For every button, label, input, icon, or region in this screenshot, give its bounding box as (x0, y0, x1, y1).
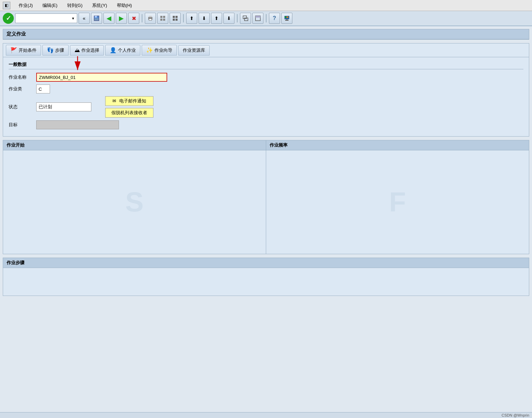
general-data-section: 一般数据 作业名称 作业类 (3, 57, 529, 137)
svg-rect-14 (243, 16, 247, 19)
svg-rect-17 (255, 16, 260, 18)
two-col-panel: 作业开始 S 作业频率 F (3, 140, 529, 254)
menu-system[interactable]: 系统(Y) (91, 2, 108, 9)
email-notification-button[interactable]: ✉ 电子邮件通知 (105, 96, 153, 106)
toolbar-grid2-btn[interactable] (170, 13, 181, 24)
tab-start-conditions[interactable]: 🚩 开始条件 (6, 45, 41, 56)
confirm-button[interactable]: ✓ (3, 13, 14, 24)
toolbar-print-btn[interactable] (145, 13, 156, 24)
steps-icon: 👣 (47, 47, 54, 53)
person-icon: 👤 (110, 47, 117, 53)
toolbar-layout-btn[interactable] (252, 13, 263, 24)
menu-goto[interactable]: 转到(G) (66, 2, 84, 9)
target-row: 目标 (9, 120, 523, 129)
toolbar-save-btn[interactable] (91, 13, 102, 24)
right-buttons-group: ✉ 电子邮件通知 假脱机列表接收者 (105, 96, 153, 118)
tab-wizard-label: 作业向导 (154, 47, 172, 53)
svg-rect-8 (160, 19, 162, 21)
toolbar-down-btn[interactable]: ⬇ (199, 13, 210, 24)
main-content: 定义作业 🚩 开始条件 👣 步骤 ⛰ 作业选择 👤 个人作业 ✨ 作业向导 作业… (0, 26, 532, 302)
toolbar-down2-btn[interactable]: ⬇ (223, 13, 234, 24)
job-class-input[interactable] (36, 84, 50, 93)
svg-rect-13 (175, 19, 178, 21)
tab-job-selection[interactable]: ⛰ 作业选择 (70, 45, 104, 56)
svg-rect-20 (285, 20, 289, 21)
toolbar-help-btn[interactable]: ? (269, 13, 280, 24)
toolbar-sep-4 (266, 14, 267, 22)
flag-icon: 🚩 (10, 47, 17, 53)
toolbar-window-btn[interactable] (240, 13, 251, 24)
job-start-body: S (3, 150, 266, 254)
status-row: 状态 ✉ 电子邮件通知 假脱机列表接收者 (9, 96, 523, 118)
job-steps-title: 作业步骤 (3, 258, 529, 268)
grid2-icon (172, 15, 178, 21)
spool-recipients-button[interactable]: 假脱机列表接收者 (105, 108, 153, 118)
page-title: 定义作业 (3, 29, 529, 39)
svg-rect-5 (149, 19, 152, 20)
job-start-title: 作业开始 (3, 140, 266, 150)
toolbar-cancel-btn[interactable]: ✖ (128, 13, 139, 24)
svg-rect-7 (163, 16, 165, 18)
job-name-input[interactable] (36, 73, 167, 82)
sparkle-icon: ✨ (146, 47, 153, 53)
status-label: 状态 (9, 104, 36, 110)
general-data-title: 一般数据 (9, 61, 523, 69)
job-class-row: 作业类 (9, 84, 523, 93)
status-input[interactable] (36, 102, 91, 111)
tab-start-label: 开始条件 (19, 47, 37, 53)
target-label: 目标 (9, 122, 36, 128)
job-steps-body (3, 268, 529, 296)
print-icon (147, 15, 153, 21)
save-icon (93, 15, 100, 21)
toolbar-forward-btn[interactable]: ▶ (116, 13, 127, 24)
mountain-icon: ⛰ (74, 47, 80, 53)
job-start-watermark: S (125, 186, 143, 218)
svg-rect-12 (173, 19, 175, 21)
svg-rect-19 (286, 19, 288, 20)
tabs-row: 🚩 开始条件 👣 步骤 ⛰ 作业选择 👤 个人作业 ✨ 作业向导 作业资源库 (3, 43, 529, 57)
svg-rect-2 (94, 18, 99, 20)
job-steps-panel: 作业步骤 (3, 258, 529, 296)
svg-rect-1 (95, 16, 97, 18)
toolbar-monitor-btn[interactable] (281, 13, 292, 24)
email-icon: ✉ (112, 98, 116, 103)
window-icon (242, 15, 249, 21)
tab-personal-job[interactable]: 👤 个人作业 (105, 45, 140, 56)
job-frequency-panel: 作业频率 F (266, 140, 529, 254)
job-start-panel: 作业开始 S (3, 140, 266, 254)
tab-job-wizard[interactable]: ✨ 作业向导 (142, 45, 177, 56)
menu-job[interactable]: 作业(J) (17, 2, 34, 9)
toolbar-up-btn[interactable]: ⬆ (186, 13, 197, 24)
toolbar-back2-btn[interactable]: ◀ (103, 13, 114, 24)
svg-rect-9 (163, 19, 165, 21)
chevron-down-icon: ▼ (71, 17, 75, 20)
svg-rect-10 (173, 16, 175, 18)
toolbar-sep-2 (183, 14, 184, 22)
svg-rect-21 (287, 17, 288, 18)
job-name-arrow-container (36, 73, 167, 82)
job-frequency-title: 作业频率 (266, 140, 529, 150)
menu-edit[interactable]: 编辑(E) (41, 2, 59, 9)
job-freq-watermark: F (389, 186, 406, 218)
tab-steps[interactable]: 👣 步骤 (42, 45, 69, 56)
toolbar-back-btn[interactable]: « (79, 13, 90, 24)
grid1-icon (160, 15, 166, 21)
target-input[interactable] (36, 120, 119, 129)
toolbar: ✓ ▼ « ◀ ▶ ✖ (0, 11, 532, 26)
tab-steps-label: 步骤 (55, 47, 64, 53)
tab-personal-label: 个人作业 (118, 47, 136, 53)
monitor-icon (284, 15, 290, 21)
sap-logo-icon: ◧ (3, 2, 10, 9)
command-dropdown[interactable]: ▼ (15, 13, 77, 23)
toolbar-sep-3 (237, 14, 238, 22)
tab-resources-label: 作业资源库 (183, 47, 205, 53)
csdn-watermark: CSDN @Wnprin (502, 413, 529, 417)
menu-help[interactable]: 帮助(H) (116, 2, 133, 9)
toolbar-grid1-btn[interactable] (157, 13, 168, 24)
toolbar-up2-btn[interactable]: ⬆ (211, 13, 222, 24)
tab-job-resources[interactable]: 作业资源库 (178, 45, 210, 56)
svg-rect-4 (149, 16, 152, 17)
toolbar-sep-1 (142, 14, 142, 22)
job-class-label: 作业类 (9, 86, 36, 92)
job-name-row: 作业名称 (9, 73, 523, 82)
